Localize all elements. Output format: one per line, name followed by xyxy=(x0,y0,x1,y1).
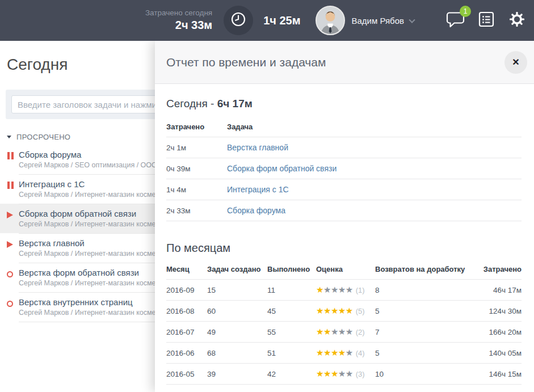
monthly-report-row: 2016-066851★★★★★(4)5140ч 05м xyxy=(166,343,522,364)
task-cell: Верстка главной xyxy=(227,137,522,158)
report-panel: Отчет по времени и задачам ✕ Сегодня - 6… xyxy=(155,41,534,392)
column-header-done: Выполнено xyxy=(267,262,316,280)
created-cell: 68 xyxy=(207,343,267,364)
timer-button[interactable] xyxy=(224,6,253,35)
star-icon: ★ xyxy=(316,348,323,357)
chevron-down-icon xyxy=(409,16,415,23)
star-icon: ★ xyxy=(331,348,338,357)
report-list-icon xyxy=(478,19,494,29)
spent-today-block: Затрачено сегодня 2ч 33м xyxy=(145,9,212,32)
task-link[interactable]: Сборка форума xyxy=(227,206,285,215)
report-panel-title: Отчет по времени и задачам xyxy=(166,56,504,69)
report-list-button[interactable] xyxy=(478,11,494,29)
today-report-table: Затрачено Задача 2ч 1мВерстка главной0ч … xyxy=(166,119,522,221)
today-report-row: 0ч 39мСборка форм обратной связи xyxy=(166,158,522,179)
star-icon: ★ xyxy=(316,285,323,294)
rating-cell: ★★★★★(1) xyxy=(316,280,375,301)
topbar: Затрачено сегодня 2ч 33м 1ч 25м Вадим Ря… xyxy=(0,0,534,41)
star-icon: ★ xyxy=(323,327,331,336)
task-title: Сборка форм обратной связи xyxy=(19,208,170,220)
task-subtitle: Сергей Марков / Интернет-магазин космети… xyxy=(19,220,170,229)
monthly-report-row: 2016-091511★★★★★(1)846ч 17м xyxy=(166,280,522,301)
star-icon: ★ xyxy=(331,306,338,315)
rating-count: (5) xyxy=(356,307,365,315)
report-panel-body: Сегодня - 6ч 17м Затрачено Задача 2ч 1мВ… xyxy=(155,84,534,385)
rating-cell: ★★★★★(4) xyxy=(316,343,375,364)
close-icon[interactable]: ✕ xyxy=(504,51,527,74)
rating-cell: ★★★★★(5) xyxy=(316,301,375,322)
chat-badge: 1 xyxy=(460,6,471,17)
today-report-row: 2ч 1мВерстка главной xyxy=(166,137,522,158)
monthly-section-title: По месяцам xyxy=(166,242,522,255)
user-menu[interactable]: Вадим Рябов xyxy=(352,16,415,26)
star-icon: ★ xyxy=(338,369,346,378)
created-cell: 49 xyxy=(207,322,267,343)
monthly-report-row: 2016-074955★★★★★(2)7166ч 20м xyxy=(166,322,522,343)
monthly-report-row: 2016-053942★★★★★(3)10146ч 15м xyxy=(166,364,522,385)
created-cell: 39 xyxy=(207,364,267,385)
done-cell: 51 xyxy=(267,343,316,364)
rating-count: (4) xyxy=(356,349,365,357)
returns-cell: 5 xyxy=(375,343,473,364)
column-header-spent-total: Затрачено xyxy=(473,262,522,280)
spent-cell: 0ч 39м xyxy=(166,158,227,179)
star-icon: ★ xyxy=(331,369,338,378)
month-cell: 2016-09 xyxy=(166,280,207,301)
task-title: Верстка форм обратной связи xyxy=(19,267,170,279)
star-icon: ★ xyxy=(323,306,331,315)
task-link[interactable]: Сборка форм обратной связи xyxy=(227,164,337,173)
spent-today-label: Затрачено сегодня xyxy=(145,9,212,18)
column-header-rating: Оценка xyxy=(316,262,375,280)
star-icon: ★ xyxy=(323,348,331,357)
star-icon: ★ xyxy=(323,285,331,294)
rating-cell: ★★★★★(2) xyxy=(316,322,375,343)
star-icon: ★ xyxy=(346,327,353,336)
play-icon xyxy=(7,212,13,218)
month-cell: 2016-05 xyxy=(166,364,207,385)
spent-today-value: 2ч 33м xyxy=(145,18,212,32)
spent-total-cell: 166ч 20м xyxy=(473,322,522,343)
done-cell: 11 xyxy=(267,280,316,301)
chat-button[interactable]: 1 xyxy=(446,11,465,30)
done-cell: 42 xyxy=(267,364,316,385)
done-cell: 45 xyxy=(267,301,316,322)
settings-button[interactable] xyxy=(509,11,525,29)
task-link[interactable]: Интеграция с 1С xyxy=(227,185,289,194)
task-subtitle: Сергей Марков / SEO оптимизация / ООО Ст xyxy=(19,161,167,170)
rating-count: (3) xyxy=(356,370,365,378)
star-icon: ★ xyxy=(316,306,323,315)
task-title: Верстка главной xyxy=(19,238,170,249)
monthly-report-table: Месяц Задач создано Выполнено Оценка Воз… xyxy=(166,262,522,385)
returns-cell: 8 xyxy=(375,280,473,301)
star-icon: ★ xyxy=(331,285,338,294)
pause-icon xyxy=(7,182,10,189)
month-cell: 2016-08 xyxy=(166,301,207,322)
avatar[interactable] xyxy=(316,6,345,35)
column-header-month: Месяц xyxy=(166,262,207,280)
column-header-task: Задача xyxy=(227,119,522,137)
spent-total-cell: 140ч 05м xyxy=(473,343,522,364)
done-cell: 55 xyxy=(267,322,316,343)
task-subtitle: Сергей Марков / Интернет-магазин космети… xyxy=(19,308,170,318)
star-icon: ★ xyxy=(346,348,353,357)
timer-value: 1ч 25м xyxy=(263,14,300,27)
star-icon: ★ xyxy=(323,369,331,378)
today-total-heading: Сегодня - 6ч 17м xyxy=(166,98,522,110)
rating-count: (2) xyxy=(356,328,365,336)
star-icon: ★ xyxy=(346,369,353,378)
column-header-spent: Затрачено xyxy=(166,119,227,137)
column-header-returns: Возвратов на доработку xyxy=(375,262,473,280)
month-cell: 2016-07 xyxy=(166,322,207,343)
gear-icon xyxy=(509,19,525,29)
collapse-arrow-icon xyxy=(7,136,11,138)
today-report-row: 2ч 33мСборка форума xyxy=(166,200,522,221)
created-cell: 15 xyxy=(207,280,267,301)
returns-cell: 7 xyxy=(375,322,473,343)
star-icon: ★ xyxy=(338,306,346,315)
spent-cell: 2ч 1м xyxy=(166,137,227,158)
star-icon: ★ xyxy=(346,306,353,315)
clock-icon xyxy=(230,11,247,30)
month-cell: 2016-06 xyxy=(166,343,207,364)
task-link[interactable]: Верстка главной xyxy=(227,143,288,152)
rating-cell: ★★★★★(3) xyxy=(316,364,375,385)
